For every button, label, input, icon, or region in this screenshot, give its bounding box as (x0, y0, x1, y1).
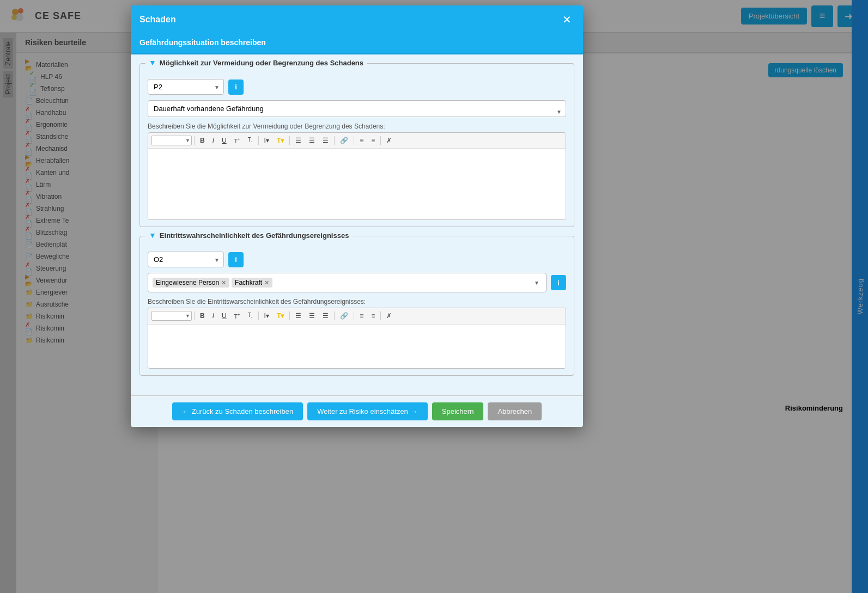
tag-fachkraft: Fachkraft ✕ (232, 278, 272, 288)
clear-button-2[interactable]: ✗ (383, 310, 395, 321)
next-button[interactable]: Weiter zu Risiko einschätzen → (307, 402, 428, 420)
text-color-button-2[interactable]: T▾ (274, 310, 287, 321)
modal-body: ▼ Möglichkeit zur Vermeidung oder Begren… (131, 54, 583, 395)
tags-info-button[interactable]: i (551, 275, 566, 290)
section2-info-button[interactable]: i (228, 252, 244, 267)
italic-button-1[interactable]: I (209, 135, 217, 146)
section-fieldset-2: ▼ Eintrittswahrscheinlichkeit des Gefähr… (139, 236, 574, 375)
modal-subtitle: Gefährdungssituation beschreiben (139, 38, 266, 47)
section1-rte: Heading 1 Heading 2 Paragraph B I U T+ T… (148, 132, 566, 220)
clear-button-1[interactable]: ✗ (383, 135, 395, 146)
section2-rte: Heading 1 Heading 2 Paragraph B I U T+ T… (148, 308, 566, 368)
modal-close-button[interactable]: ✕ (559, 12, 574, 27)
tags-dropdown-arrow[interactable]: ▼ (532, 280, 542, 286)
align-right-button-2[interactable]: ☰ (319, 310, 332, 321)
format-select-2[interactable]: Heading 1 Heading 2 Paragraph (151, 311, 192, 321)
gefahr-dropdown[interactable]: Dauerhaft vorhandene Gefährdung Zeitweis… (148, 100, 566, 117)
tag-remove-fachkraft[interactable]: ✕ (264, 279, 269, 286)
toolbar-divider-2 (258, 136, 259, 145)
toolbar-divider-5 (354, 136, 354, 145)
toolbar-divider-9 (289, 311, 290, 320)
align-right-button-1[interactable]: ☰ (319, 135, 332, 146)
indent-button-1[interactable]: I▾ (261, 135, 272, 146)
section-collapse-arrow-1[interactable]: ▼ (149, 58, 156, 67)
back-arrow-icon: ← (182, 407, 189, 415)
section2-select-row: O2 O1 O3 i (148, 252, 566, 267)
link-button-1[interactable]: 🔗 (337, 135, 351, 146)
tag-remove-eingewiesene[interactable]: ✕ (221, 279, 226, 286)
toolbar-divider-11 (354, 311, 354, 320)
toolbar-divider-12 (380, 311, 381, 320)
back-button-label: Zurück zu Schaden beschreiben (192, 407, 293, 415)
superscript-button-2[interactable]: T+ (231, 310, 244, 321)
next-button-label: Weiter zu Risiko einschätzen (317, 407, 408, 415)
underline-button-1[interactable]: U (218, 135, 230, 146)
ordered-list-button-2[interactable]: ≡ (356, 310, 367, 321)
section-eintritts: ▼ Eintrittswahrscheinlichkeit des Gefähr… (139, 236, 574, 375)
save-button[interactable]: Speichern (432, 402, 484, 420)
section2-rte-toolbar: Heading 1 Heading 2 Paragraph B I U T+ T… (148, 308, 566, 324)
section2-description-label: Beschreiben Sie die Eintrittswarscheinli… (148, 298, 566, 305)
section-legend-text-1: Möglichkeit zur Vermeidung oder Begrenzu… (160, 59, 363, 67)
subscript-button-2[interactable]: T- (245, 310, 256, 321)
toolbar-divider-8 (258, 311, 259, 320)
section-legend-2: ▼ Eintrittswahrscheinlichkeit des Gefähr… (145, 231, 352, 240)
tag-label-eingewiesene: Eingewiesene Person (156, 279, 219, 286)
superscript-button-1[interactable]: T+ (231, 135, 244, 146)
bottom-spacer (131, 384, 583, 395)
text-color-button-1[interactable]: T▾ (274, 135, 287, 146)
cancel-button[interactable]: Abbrechen (488, 402, 542, 420)
underline-button-2[interactable]: U (218, 310, 230, 321)
section1-rte-body[interactable] (148, 149, 566, 219)
align-left-button-2[interactable]: ☰ (292, 310, 305, 321)
section-legend-text-2: Eintrittswahrscheinlichkeit des Gefährdu… (160, 231, 349, 240)
modal-header: Schaden ✕ (131, 5, 583, 34)
tags-input[interactable]: Eingewiesene Person ✕ Fachkraft ✕ ▼ (148, 273, 547, 292)
format-select[interactable]: Heading 1 Heading 2 Paragraph (151, 136, 192, 145)
link-button-2[interactable]: 🔗 (337, 310, 351, 321)
modal-scroll-area[interactable]: ▼ Möglichkeit zur Vermeidung oder Begren… (131, 54, 583, 395)
next-arrow-icon: → (411, 407, 418, 415)
subscript-button-1[interactable]: T- (245, 135, 256, 146)
align-center-button-1[interactable]: ☰ (306, 135, 318, 146)
format-select-wrapper: Heading 1 Heading 2 Paragraph (151, 136, 192, 145)
p2-select-wrapper: P2 P1 P3 (148, 79, 224, 95)
modal-title: Schaden (139, 15, 176, 25)
tag-label-fachkraft: Fachkraft (235, 279, 262, 286)
bold-button-1[interactable]: B (197, 135, 208, 146)
unordered-list-button-2[interactable]: ≡ (368, 310, 378, 321)
toolbar-divider-1 (194, 136, 195, 145)
indent-button-2[interactable]: I▾ (261, 310, 272, 321)
section1-select-row: P2 P1 P3 i (148, 79, 566, 95)
toolbar-divider-10 (334, 311, 335, 320)
info-icon-3: i (557, 279, 560, 287)
tag-eingewiesene: Eingewiesene Person ✕ (153, 278, 229, 288)
toolbar-divider-7 (194, 311, 195, 320)
back-button[interactable]: ← Zurück zu Schaden beschreiben (172, 402, 303, 420)
o2-select-wrapper: O2 O1 O3 (148, 252, 224, 267)
toolbar-divider-4 (334, 136, 335, 145)
bold-button-2[interactable]: B (197, 310, 208, 321)
modal-footer: ← Zurück zu Schaden beschreiben Weiter z… (131, 395, 583, 427)
ordered-list-button-1[interactable]: ≡ (356, 135, 367, 146)
section1-info-button[interactable]: i (228, 80, 244, 95)
format-select-wrapper-2: Heading 1 Heading 2 Paragraph (151, 311, 192, 321)
section1-description-label: Beschreiben Sie die Möglichkeit zur Verm… (148, 123, 566, 130)
align-left-button-1[interactable]: ☰ (292, 135, 305, 146)
p2-select[interactable]: P2 P1 P3 (148, 79, 224, 95)
section-legend-1: ▼ Möglichkeit zur Vermeidung oder Begren… (145, 58, 367, 67)
italic-button-2[interactable]: I (209, 310, 217, 321)
o2-select[interactable]: O2 O1 O3 (148, 252, 224, 267)
align-center-button-2[interactable]: ☰ (306, 310, 318, 321)
toolbar-divider-6 (380, 136, 381, 145)
section2-rte-body[interactable] (148, 325, 566, 368)
gefahr-dropdown-wrapper: Dauerhaft vorhandene Gefährdung Zeitweis… (148, 100, 566, 123)
section-collapse-arrow-2[interactable]: ▼ (149, 231, 156, 240)
close-icon: ✕ (562, 13, 572, 26)
info-icon-1: i (235, 83, 237, 91)
unordered-list-button-1[interactable]: ≡ (368, 135, 378, 146)
section1-rte-toolbar: Heading 1 Heading 2 Paragraph B I U T+ T… (148, 133, 566, 149)
info-icon-2: i (235, 255, 237, 264)
tags-row: Eingewiesene Person ✕ Fachkraft ✕ ▼ i (148, 273, 566, 292)
section-vermeidung: ▼ Möglichkeit zur Vermeidung oder Begren… (139, 63, 574, 227)
